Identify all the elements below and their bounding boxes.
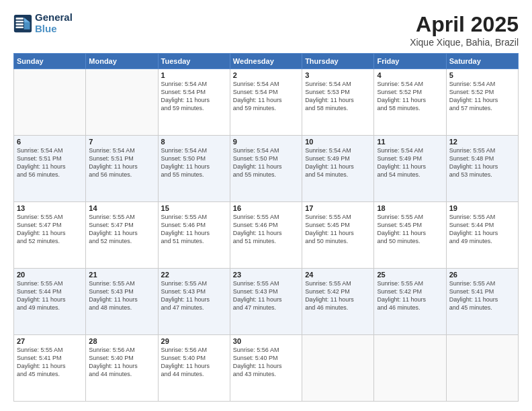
day-info: Sunrise: 5:55 AM Sunset: 5:44 PM Dayligh… — [17, 279, 83, 312]
day-number: 8 — [161, 138, 227, 146]
svg-rect-4 — [16, 20, 24, 22]
day-number: 20 — [17, 271, 83, 279]
day-number: 21 — [89, 271, 154, 279]
day-info: Sunrise: 5:55 AM Sunset: 5:42 PM Dayligh… — [377, 279, 443, 312]
main-title: April 2025 — [410, 12, 519, 37]
table-row: 1Sunrise: 5:54 AM Sunset: 5:54 PM Daylig… — [158, 69, 230, 136]
day-info: Sunrise: 5:55 AM Sunset: 5:47 PM Dayligh… — [89, 213, 154, 246]
day-number: 9 — [233, 138, 299, 146]
table-row: 9Sunrise: 5:54 AM Sunset: 5:50 PM Daylig… — [230, 136, 302, 202]
header-thursday: Thursday — [302, 54, 374, 69]
table-row: 2Sunrise: 5:54 AM Sunset: 5:54 PM Daylig… — [230, 69, 302, 136]
table-row — [86, 69, 158, 136]
table-row: 13Sunrise: 5:55 AM Sunset: 5:47 PM Dayli… — [14, 202, 86, 269]
table-row: 20Sunrise: 5:55 AM Sunset: 5:44 PM Dayli… — [14, 269, 86, 335]
day-info: Sunrise: 5:54 AM Sunset: 5:51 PM Dayligh… — [17, 146, 83, 179]
day-info: Sunrise: 5:54 AM Sunset: 5:54 PM Dayligh… — [233, 80, 299, 113]
table-row: 22Sunrise: 5:55 AM Sunset: 5:43 PM Dayli… — [158, 269, 230, 335]
table-row: 16Sunrise: 5:55 AM Sunset: 5:46 PM Dayli… — [230, 202, 302, 269]
day-info: Sunrise: 5:55 AM Sunset: 5:47 PM Dayligh… — [17, 213, 83, 246]
table-row: 6Sunrise: 5:54 AM Sunset: 5:51 PM Daylig… — [14, 136, 86, 202]
day-number: 12 — [449, 138, 515, 146]
day-info: Sunrise: 5:55 AM Sunset: 5:45 PM Dayligh… — [305, 213, 371, 246]
calendar-table: Sunday Monday Tuesday Wednesday Thursday… — [13, 53, 519, 402]
svg-rect-6 — [16, 26, 24, 28]
header-sunday: Sunday — [14, 54, 86, 69]
day-info: Sunrise: 5:55 AM Sunset: 5:46 PM Dayligh… — [161, 213, 227, 246]
day-number: 16 — [233, 204, 299, 212]
table-row: 3Sunrise: 5:54 AM Sunset: 5:53 PM Daylig… — [302, 69, 374, 136]
svg-rect-5 — [16, 24, 24, 26]
table-row: 7Sunrise: 5:54 AM Sunset: 5:51 PM Daylig… — [86, 136, 158, 202]
table-row — [14, 69, 86, 136]
day-number: 1 — [161, 71, 227, 79]
table-row: 19Sunrise: 5:55 AM Sunset: 5:44 PM Dayli… — [446, 202, 518, 269]
day-number: 19 — [449, 204, 515, 212]
subtitle: Xique Xique, Bahia, Brazil — [410, 37, 519, 48]
table-row: 11Sunrise: 5:54 AM Sunset: 5:49 PM Dayli… — [374, 136, 446, 202]
day-number: 29 — [161, 337, 227, 345]
day-number: 15 — [161, 204, 227, 212]
table-row: 12Sunrise: 5:55 AM Sunset: 5:48 PM Dayli… — [446, 136, 518, 202]
day-number: 3 — [305, 71, 371, 79]
header-tuesday: Tuesday — [158, 54, 230, 69]
logo-icon — [13, 14, 32, 33]
calendar-week-row: 6Sunrise: 5:54 AM Sunset: 5:51 PM Daylig… — [14, 136, 519, 202]
title-block: April 2025 Xique Xique, Bahia, Brazil — [410, 12, 519, 48]
day-info: Sunrise: 5:55 AM Sunset: 5:42 PM Dayligh… — [305, 279, 371, 312]
day-info: Sunrise: 5:56 AM Sunset: 5:40 PM Dayligh… — [89, 346, 154, 379]
table-row: 25Sunrise: 5:55 AM Sunset: 5:42 PM Dayli… — [374, 269, 446, 335]
day-number: 23 — [233, 271, 299, 279]
table-row: 21Sunrise: 5:55 AM Sunset: 5:43 PM Dayli… — [86, 269, 158, 335]
day-number: 27 — [17, 337, 83, 345]
day-info: Sunrise: 5:55 AM Sunset: 5:41 PM Dayligh… — [449, 279, 515, 312]
day-info: Sunrise: 5:55 AM Sunset: 5:48 PM Dayligh… — [449, 146, 515, 179]
day-info: Sunrise: 5:56 AM Sunset: 5:40 PM Dayligh… — [233, 346, 299, 379]
day-number: 7 — [89, 138, 154, 146]
table-row — [374, 335, 446, 402]
header-friday: Friday — [374, 54, 446, 69]
day-number: 14 — [89, 204, 154, 212]
day-number: 2 — [233, 71, 299, 79]
table-row: 14Sunrise: 5:55 AM Sunset: 5:47 PM Dayli… — [86, 202, 158, 269]
day-number: 18 — [377, 204, 443, 212]
table-row: 10Sunrise: 5:54 AM Sunset: 5:49 PM Dayli… — [302, 136, 374, 202]
table-row: 24Sunrise: 5:55 AM Sunset: 5:42 PM Dayli… — [302, 269, 374, 335]
day-info: Sunrise: 5:55 AM Sunset: 5:43 PM Dayligh… — [89, 279, 154, 312]
day-number: 6 — [17, 138, 83, 146]
day-number: 30 — [233, 337, 299, 345]
day-info: Sunrise: 5:55 AM Sunset: 5:43 PM Dayligh… — [161, 279, 227, 312]
header: General Blue April 2025 Xique Xique, Bah… — [13, 12, 519, 48]
table-row — [446, 335, 518, 402]
calendar-week-row: 13Sunrise: 5:55 AM Sunset: 5:47 PM Dayli… — [14, 202, 519, 269]
logo: General Blue — [13, 12, 73, 34]
day-number: 13 — [17, 204, 83, 212]
calendar-header-row: Sunday Monday Tuesday Wednesday Thursday… — [14, 54, 519, 69]
table-row: 27Sunrise: 5:55 AM Sunset: 5:41 PM Dayli… — [14, 335, 86, 402]
table-row: 15Sunrise: 5:55 AM Sunset: 5:46 PM Dayli… — [158, 202, 230, 269]
day-number: 24 — [305, 271, 371, 279]
svg-rect-3 — [16, 17, 24, 19]
day-info: Sunrise: 5:54 AM Sunset: 5:52 PM Dayligh… — [377, 80, 443, 113]
header-monday: Monday — [86, 54, 158, 69]
day-number: 4 — [377, 71, 443, 79]
table-row: 29Sunrise: 5:56 AM Sunset: 5:40 PM Dayli… — [158, 335, 230, 402]
day-info: Sunrise: 5:54 AM Sunset: 5:52 PM Dayligh… — [449, 80, 515, 113]
calendar-week-row: 1Sunrise: 5:54 AM Sunset: 5:54 PM Daylig… — [14, 69, 519, 136]
table-row: 23Sunrise: 5:55 AM Sunset: 5:43 PM Dayli… — [230, 269, 302, 335]
day-info: Sunrise: 5:55 AM Sunset: 5:41 PM Dayligh… — [17, 346, 83, 379]
day-info: Sunrise: 5:55 AM Sunset: 5:44 PM Dayligh… — [449, 213, 515, 246]
day-info: Sunrise: 5:54 AM Sunset: 5:51 PM Dayligh… — [89, 146, 154, 179]
day-number: 11 — [377, 138, 443, 146]
calendar-week-row: 27Sunrise: 5:55 AM Sunset: 5:41 PM Dayli… — [14, 335, 519, 402]
day-number: 26 — [449, 271, 515, 279]
day-info: Sunrise: 5:54 AM Sunset: 5:54 PM Dayligh… — [161, 80, 227, 113]
table-row: 18Sunrise: 5:55 AM Sunset: 5:45 PM Dayli… — [374, 202, 446, 269]
day-number: 22 — [161, 271, 227, 279]
day-info: Sunrise: 5:54 AM Sunset: 5:50 PM Dayligh… — [161, 146, 227, 179]
page: General Blue April 2025 Xique Xique, Bah… — [0, 0, 532, 411]
day-info: Sunrise: 5:54 AM Sunset: 5:49 PM Dayligh… — [305, 146, 371, 179]
day-info: Sunrise: 5:54 AM Sunset: 5:50 PM Dayligh… — [233, 146, 299, 179]
table-row: 28Sunrise: 5:56 AM Sunset: 5:40 PM Dayli… — [86, 335, 158, 402]
table-row: 17Sunrise: 5:55 AM Sunset: 5:45 PM Dayli… — [302, 202, 374, 269]
